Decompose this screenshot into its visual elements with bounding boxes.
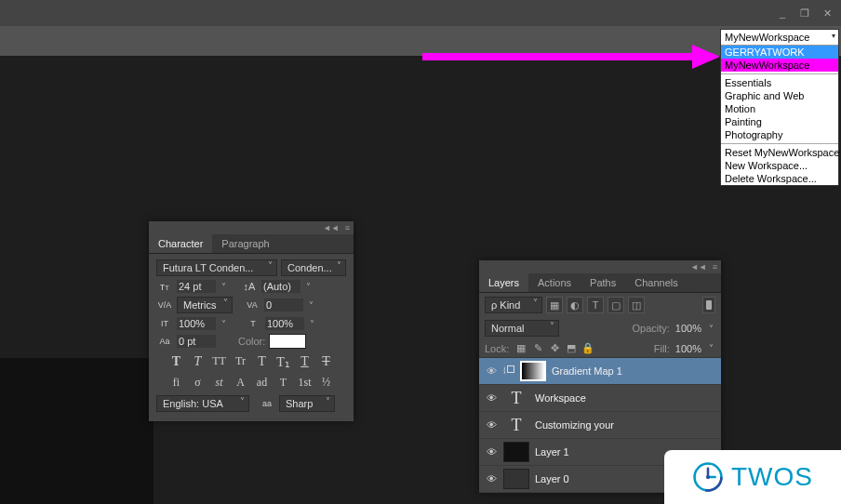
lock-position-icon[interactable]: ✥	[548, 342, 561, 354]
discretionary-lig-button[interactable]: st	[210, 376, 229, 390]
link-icon[interactable]: 𝄔	[503, 365, 514, 377]
workspace-selected[interactable]: MyNewWorkspace	[721, 30, 838, 46]
tracking-icon: VA	[244, 300, 260, 310]
collapse-icon[interactable]: ◄◄	[690, 262, 707, 272]
filter-pixel-icon[interactable]: ▦	[546, 297, 563, 313]
opentype-buttons: fi σ st A ad T 1st ½	[156, 376, 346, 390]
layer-row[interactable]: 👁 T Workspace	[479, 385, 721, 412]
clock-icon	[692, 461, 724, 493]
filter-toggle[interactable]	[702, 297, 715, 313]
chevron-down-icon[interactable]: ˅	[220, 319, 228, 329]
layer-thumbnail[interactable]	[503, 442, 529, 462]
workspace-item[interactable]: MyNewWorkspace	[721, 59, 838, 72]
stylistic-alt-button[interactable]: ad	[253, 376, 272, 390]
underline-button[interactable]: T	[296, 354, 314, 370]
layer-row[interactable]: 👁 T Customizing your	[479, 412, 721, 439]
language-dropdown[interactable]: English: USA	[156, 395, 249, 412]
layer-name[interactable]: Workspace	[535, 392, 715, 404]
baseline-input[interactable]: 0 pt	[177, 335, 216, 348]
type-layer-icon: T	[503, 388, 529, 408]
workspace-switcher[interactable]: MyNewWorkspace GERRYATWORK MyNewWorkspac…	[720, 29, 839, 186]
leading-input[interactable]: (Auto)	[261, 280, 300, 293]
visibility-icon[interactable]: 👁	[485, 365, 498, 377]
swash-button[interactable]: A	[232, 376, 250, 390]
chevron-down-icon[interactable]: ˅	[220, 282, 228, 292]
minimize-button[interactable]: _	[772, 5, 793, 21]
ordinals-button[interactable]: 1st	[296, 376, 314, 390]
baseline-icon: Aa	[156, 337, 173, 346]
visibility-icon[interactable]: 👁	[485, 473, 498, 484]
chevron-down-icon[interactable]: ˅	[307, 300, 315, 311]
blend-mode-dropdown[interactable]: Normal	[485, 320, 559, 337]
tab-paragraph[interactable]: Paragraph	[212, 234, 278, 253]
font-size-input[interactable]: 24 pt	[177, 280, 216, 293]
filter-smart-icon[interactable]: ◫	[628, 297, 645, 313]
workspace-item[interactable]: GERRYATWORK	[721, 46, 838, 59]
layer-row[interactable]: 👁 𝄔 Gradient Map 1	[479, 358, 721, 385]
layer-name[interactable]: Gradient Map 1	[552, 365, 715, 377]
workspace-item[interactable]: Motion	[721, 102, 838, 115]
vscale-icon: IT	[156, 319, 173, 328]
panel-menu-icon[interactable]: ≡	[345, 223, 350, 232]
visibility-icon[interactable]: 👁	[485, 446, 498, 458]
opacity-value[interactable]: 100%	[675, 323, 701, 334]
lock-label: Lock:	[485, 343, 509, 354]
tab-layers[interactable]: Layers	[479, 273, 528, 292]
filter-type-icon[interactable]: T	[587, 297, 604, 313]
font-family-dropdown[interactable]: Futura LT Conden...	[156, 259, 277, 276]
lock-transparency-icon[interactable]: ▦	[514, 342, 527, 354]
tab-paths[interactable]: Paths	[581, 273, 625, 292]
filter-kind-dropdown[interactable]: ρ Kind	[485, 297, 542, 313]
lock-pixels-icon[interactable]: ✎	[531, 342, 544, 354]
visibility-icon[interactable]: 👁	[485, 392, 498, 404]
smallcaps-button[interactable]: Tr	[232, 354, 250, 370]
titling-alt-button[interactable]: T	[274, 376, 293, 390]
tab-character[interactable]: Character	[149, 234, 212, 253]
layer-name[interactable]: Customizing your	[535, 419, 715, 431]
workspace-item[interactable]: Painting	[721, 115, 838, 128]
collapse-icon[interactable]: ◄◄	[323, 223, 340, 232]
workspace-item[interactable]: Essentials	[721, 76, 838, 89]
chevron-down-icon[interactable]: ˅	[707, 324, 715, 334]
text-color-swatch[interactable]	[269, 334, 306, 349]
filter-shape-icon[interactable]: ▢	[607, 297, 624, 313]
fractions-button[interactable]: ½	[317, 376, 336, 390]
chevron-down-icon[interactable]: ˅	[304, 282, 313, 292]
fill-value[interactable]: 100%	[675, 343, 701, 354]
workspace-item[interactable]: Graphic and Web	[721, 89, 838, 102]
workspace-delete[interactable]: Delete Workspace...	[721, 172, 838, 185]
font-style-dropdown[interactable]: Conden...	[281, 259, 346, 276]
strikethrough-button[interactable]: T	[317, 354, 336, 370]
allcaps-button[interactable]: TT	[210, 354, 229, 370]
lock-artboard-icon[interactable]: ⬒	[565, 342, 578, 354]
antialiasing-dropdown[interactable]: Sharp	[279, 395, 335, 412]
subscript-button[interactable]: T₁	[274, 354, 293, 370]
visibility-icon[interactable]: 👁	[485, 419, 498, 431]
chevron-down-icon[interactable]: ˅	[707, 343, 715, 353]
close-button[interactable]: ✕	[817, 5, 837, 21]
contextual-alt-button[interactable]: σ	[189, 376, 207, 390]
superscript-button[interactable]: T	[253, 354, 272, 370]
tab-actions[interactable]: Actions	[528, 273, 581, 292]
italic-button[interactable]: T	[189, 354, 207, 370]
layer-thumbnail[interactable]	[503, 469, 529, 489]
hscale-input[interactable]: 100%	[265, 317, 304, 330]
vscale-input[interactable]: 100%	[177, 317, 216, 330]
character-panel: ◄◄ ≡ Character Paragraph Futura LT Conde…	[149, 221, 354, 421]
workspace-new[interactable]: New Workspace...	[721, 159, 838, 172]
ligatures-button[interactable]: fi	[167, 376, 186, 390]
maximize-button[interactable]: ❐	[794, 5, 815, 21]
layer-thumbnail[interactable]	[520, 361, 546, 381]
workspace-item[interactable]: Photography	[721, 128, 838, 141]
filter-adjustment-icon[interactable]: ◐	[567, 297, 583, 313]
kerning-dropdown[interactable]: Metrics	[177, 297, 233, 313]
chevron-down-icon[interactable]: ˅	[308, 319, 316, 329]
panel-menu-icon[interactable]: ≡	[713, 262, 717, 272]
workspace-reset[interactable]: Reset MyNewWorkspace	[721, 146, 838, 159]
type-layer-icon: T	[503, 415, 529, 435]
tab-channels[interactable]: Channels	[625, 273, 687, 292]
lock-all-icon[interactable]: 🔒	[581, 342, 594, 354]
title-bar: _ ❐ ✕	[0, 0, 841, 26]
bold-button[interactable]: T	[167, 354, 186, 370]
tracking-input[interactable]: 0	[264, 298, 303, 312]
